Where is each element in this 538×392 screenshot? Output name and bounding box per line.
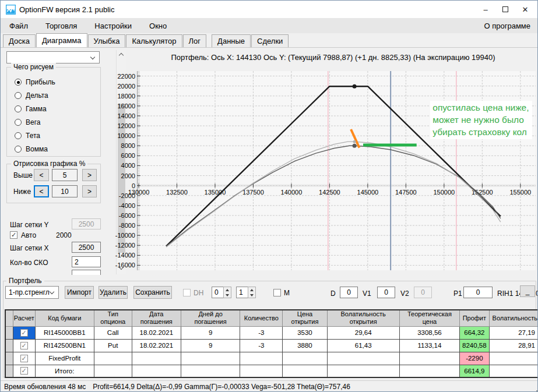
spin-down-icon[interactable] [248, 292, 255, 298]
above-increase-button[interactable]: > [82, 169, 97, 181]
p1-field[interactable]: 0 [463, 287, 493, 298]
radio-icon[interactable] [15, 92, 22, 99]
row-checkbox[interactable]: ✓ [20, 329, 28, 337]
scroll-up-icon[interactable] [119, 53, 124, 58]
menu-item-2[interactable]: Настройки [86, 18, 140, 33]
preset-combobox[interactable] [6, 51, 100, 63]
column-header-3[interactable]: Тип опциона [94, 310, 132, 326]
above-decrease-button[interactable]: < [34, 169, 49, 181]
column-header-5[interactable]: Дней до погашения [181, 310, 240, 326]
row-checkbox[interactable]: ✓ [20, 367, 28, 375]
menu-item-1[interactable]: Торговля [37, 18, 86, 33]
column-header-4[interactable]: Дата погашения [132, 310, 181, 326]
grid-step-y-field[interactable]: 2500 [72, 218, 101, 229]
spin-a[interactable]: 0 [212, 287, 231, 298]
below-decrease-button[interactable]: < [34, 185, 49, 197]
spin-b-value[interactable]: 1 [236, 287, 248, 298]
row-checkbox[interactable]: ✓ [20, 342, 28, 349]
radio-icon[interactable] [15, 119, 22, 126]
cell-r2-c1[interactable]: ✓ [13, 352, 35, 365]
column-header-6[interactable]: Количество [240, 310, 283, 326]
maximize-button[interactable] [495, 1, 515, 17]
x-tick-label: 150000 [433, 189, 455, 196]
cell-r3-c5 [181, 365, 240, 377]
radio-row-3[interactable]: Вега [15, 118, 40, 126]
column-header-11[interactable]: Волатильность [489, 310, 538, 326]
auto-checkbox[interactable]: ✓ [10, 231, 17, 239]
spin-a-value[interactable]: 0 [212, 287, 223, 298]
tab-5[interactable]: Данные [212, 34, 251, 47]
m-checkbox[interactable] [273, 289, 281, 296]
chart-area: Портфель: Ось X: 144130 Ось Y: (Текущий … [128, 50, 538, 277]
v2-field[interactable]: 0 [414, 287, 432, 298]
below-increase-button[interactable]: > [82, 185, 97, 197]
radio-row-4[interactable]: Тета [15, 132, 40, 140]
cell-r2-c10: -2290 [460, 352, 490, 365]
auto-value-label: 2000 [56, 231, 72, 239]
x-tick-label: 140000 [281, 189, 303, 196]
radio-icon[interactable] [15, 146, 22, 153]
column-header-0[interactable] [5, 310, 13, 326]
row-checkbox[interactable]: ✓ [20, 355, 28, 362]
chart-annotation: опустилась цена ниже,может не нужно было… [430, 101, 532, 139]
above-label: Выше [13, 171, 33, 179]
menu-item-3[interactable]: Окно [140, 18, 175, 33]
cell-r0-c3: Call [94, 326, 132, 339]
radio-row-5[interactable]: Вомма [15, 145, 48, 153]
tab-0[interactable]: Доска [3, 34, 36, 47]
below-value-field[interactable]: 10 [52, 185, 78, 197]
strategy-combobox[interactable]: 1-пр.стренгл [5, 286, 59, 299]
tab-4[interactable]: Лог [183, 34, 207, 47]
cell-r0-c8: 29,64 [327, 326, 399, 339]
minimize-button[interactable]: – [476, 1, 495, 17]
column-header-8[interactable]: Волатильность открытия [327, 310, 399, 326]
cell-r1-c1[interactable]: ✓ [13, 339, 35, 352]
column-header-10[interactable]: Профит [460, 310, 490, 326]
delete-button[interactable]: Удалить [99, 286, 128, 299]
spin-up-icon[interactable] [224, 287, 231, 292]
cell-r3-c8 [327, 365, 399, 377]
radio-icon[interactable] [15, 79, 22, 86]
radio-row-2[interactable]: Гамма [15, 105, 47, 113]
title-bar: OptionFW версия 2.1 public – ✕ [1, 1, 537, 18]
ticker-popup-button[interactable]: _ [520, 285, 535, 297]
column-header-1[interactable]: Расчет [13, 310, 35, 326]
tab-2[interactable]: Улыбка [88, 34, 126, 47]
sko-count-field[interactable]: 2 [72, 256, 101, 267]
column-header-7[interactable]: Цена открытия [283, 310, 327, 326]
cell-r1-c7: 3880 [283, 339, 327, 352]
radio-row-0[interactable]: Прибыль [15, 78, 55, 86]
grid-step-y-label: Шаг сетки Y [10, 221, 48, 229]
ticker-tail-label: 0 [536, 289, 538, 298]
radio-row-1[interactable]: Дельта [15, 91, 48, 100]
d-field[interactable]: 0 [340, 287, 358, 298]
close-button[interactable]: ✕ [515, 1, 535, 17]
cell-r0-c1[interactable]: ✓ [13, 326, 35, 339]
tab-1[interactable]: Диаграмма [36, 33, 87, 47]
spin-b[interactable]: 1 [236, 287, 256, 298]
spin-down-icon[interactable] [224, 292, 231, 298]
extra-field-partial[interactable] [72, 270, 101, 275]
tab-3[interactable]: Калькулятор [126, 34, 182, 47]
import-button[interactable]: Импорт [65, 286, 94, 299]
cell-r2-c8 [327, 352, 399, 365]
radio-icon[interactable] [15, 132, 22, 139]
save-button[interactable]: Сохранить [133, 286, 172, 299]
dh-checkbox[interactable] [183, 289, 191, 296]
menu-item-0[interactable]: Файл [1, 18, 37, 33]
v2-label: V2 [400, 289, 409, 298]
radio-icon[interactable] [15, 105, 22, 112]
x-tick-label: 130000 [128, 189, 150, 196]
column-header-2[interactable]: Код бумаги [35, 310, 94, 326]
v1-field[interactable]: 0 [377, 287, 395, 298]
tab-6[interactable]: Сделки [251, 34, 289, 47]
cell-r2-c5 [181, 352, 240, 365]
menu-item-about[interactable]: О программе [477, 22, 537, 30]
above-value-field[interactable]: 5 [52, 169, 78, 181]
column-header-9[interactable]: Теоретическая цена [399, 310, 459, 326]
grid-step-x-field[interactable]: 2500 [72, 242, 101, 253]
spin-up-icon[interactable] [248, 287, 255, 292]
resize-grip-icon[interactable] [536, 390, 537, 391]
cell-r3-c1[interactable]: ✓ [13, 365, 35, 377]
cell-r3-c9 [399, 365, 459, 377]
